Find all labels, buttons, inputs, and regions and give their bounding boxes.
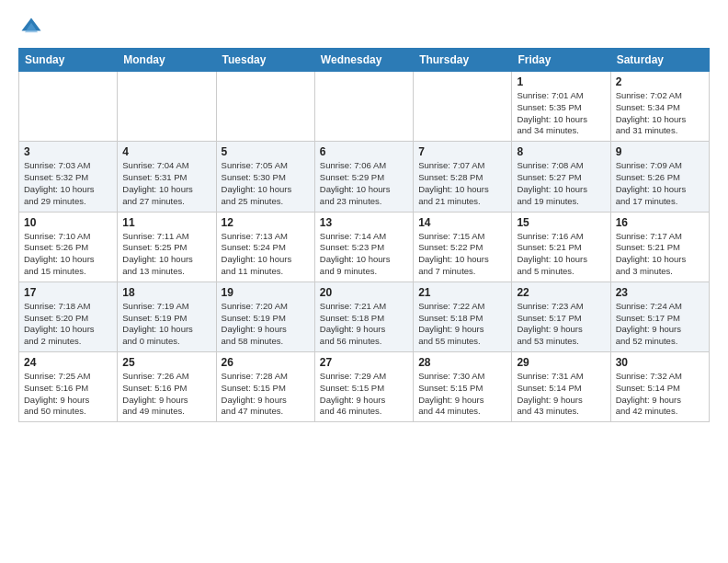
day-number: 13 (320, 216, 408, 229)
day-number: 4 (122, 145, 210, 158)
day-info: Sunrise: 7:31 AM Sunset: 5:14 PM Dayligh… (517, 371, 605, 418)
calendar-cell: 29Sunrise: 7:31 AM Sunset: 5:14 PM Dayli… (512, 352, 610, 422)
day-number: 3 (24, 145, 112, 158)
day-number: 7 (418, 145, 506, 158)
day-number: 20 (320, 286, 408, 299)
day-info: Sunrise: 7:15 AM Sunset: 5:22 PM Dayligh… (418, 231, 506, 278)
calendar-cell (19, 72, 118, 142)
day-info: Sunrise: 7:25 AM Sunset: 5:16 PM Dayligh… (24, 371, 112, 418)
calendar-cell: 3Sunrise: 7:03 AM Sunset: 5:32 PM Daylig… (19, 142, 118, 212)
calendar-table: Sunday Monday Tuesday Wednesday Thursday… (18, 48, 710, 422)
day-number: 6 (320, 145, 408, 158)
day-info: Sunrise: 7:22 AM Sunset: 5:18 PM Dayligh… (418, 301, 506, 348)
day-info: Sunrise: 7:23 AM Sunset: 5:17 PM Dayligh… (517, 301, 605, 348)
calendar-cell: 5Sunrise: 7:05 AM Sunset: 5:30 PM Daylig… (216, 142, 314, 212)
calendar-week-4: 17Sunrise: 7:18 AM Sunset: 5:20 PM Dayli… (19, 282, 710, 351)
day-info: Sunrise: 7:08 AM Sunset: 5:27 PM Dayligh… (517, 160, 605, 207)
calendar-cell: 7Sunrise: 7:07 AM Sunset: 5:28 PM Daylig… (414, 142, 512, 212)
day-number: 21 (418, 286, 506, 299)
day-info: Sunrise: 7:29 AM Sunset: 5:15 PM Dayligh… (320, 371, 408, 418)
logo (18, 15, 48, 40)
calendar-cell (414, 72, 512, 142)
day-info: Sunrise: 7:11 AM Sunset: 5:25 PM Dayligh… (122, 231, 210, 278)
day-number: 24 (24, 356, 112, 369)
calendar-cell: 16Sunrise: 7:17 AM Sunset: 5:21 PM Dayli… (610, 212, 709, 282)
page: Sunday Monday Tuesday Wednesday Thursday… (0, 0, 728, 437)
day-number: 30 (616, 356, 704, 369)
header-friday: Friday (512, 49, 610, 72)
day-info: Sunrise: 7:04 AM Sunset: 5:31 PM Dayligh… (122, 160, 210, 207)
day-info: Sunrise: 7:19 AM Sunset: 5:19 PM Dayligh… (122, 301, 210, 348)
calendar-cell: 4Sunrise: 7:04 AM Sunset: 5:31 PM Daylig… (118, 142, 216, 212)
day-info: Sunrise: 7:17 AM Sunset: 5:21 PM Dayligh… (616, 231, 704, 278)
weekday-header-row: Sunday Monday Tuesday Wednesday Thursday… (19, 49, 710, 72)
calendar-cell: 22Sunrise: 7:23 AM Sunset: 5:17 PM Dayli… (512, 282, 610, 351)
header-saturday: Saturday (610, 49, 709, 72)
day-info: Sunrise: 7:14 AM Sunset: 5:23 PM Dayligh… (320, 231, 408, 278)
day-number: 8 (517, 145, 605, 158)
calendar-cell: 30Sunrise: 7:32 AM Sunset: 5:14 PM Dayli… (610, 352, 709, 422)
calendar-cell: 17Sunrise: 7:18 AM Sunset: 5:20 PM Dayli… (19, 282, 118, 351)
calendar-week-3: 10Sunrise: 7:10 AM Sunset: 5:26 PM Dayli… (19, 212, 710, 282)
calendar-cell: 1Sunrise: 7:01 AM Sunset: 5:35 PM Daylig… (512, 72, 610, 142)
day-number: 19 (222, 286, 310, 299)
day-info: Sunrise: 7:01 AM Sunset: 5:35 PM Dayligh… (517, 90, 605, 137)
calendar-cell: 26Sunrise: 7:28 AM Sunset: 5:15 PM Dayli… (216, 352, 314, 422)
day-info: Sunrise: 7:24 AM Sunset: 5:17 PM Dayligh… (616, 301, 704, 348)
calendar-cell (118, 72, 216, 142)
calendar-cell: 14Sunrise: 7:15 AM Sunset: 5:22 PM Dayli… (414, 212, 512, 282)
day-info: Sunrise: 7:26 AM Sunset: 5:16 PM Dayligh… (122, 371, 210, 418)
header-wednesday: Wednesday (314, 49, 413, 72)
day-number: 17 (24, 286, 112, 299)
calendar-cell: 23Sunrise: 7:24 AM Sunset: 5:17 PM Dayli… (610, 282, 709, 351)
day-number: 27 (320, 356, 408, 369)
day-info: Sunrise: 7:03 AM Sunset: 5:32 PM Dayligh… (24, 160, 112, 207)
calendar-cell (314, 72, 413, 142)
day-number: 23 (616, 286, 704, 299)
day-info: Sunrise: 7:13 AM Sunset: 5:24 PM Dayligh… (222, 231, 310, 278)
header (18, 15, 710, 40)
logo-icon (18, 15, 44, 40)
day-number: 16 (616, 216, 704, 229)
day-number: 11 (122, 216, 210, 229)
day-info: Sunrise: 7:28 AM Sunset: 5:15 PM Dayligh… (222, 371, 310, 418)
calendar-cell: 25Sunrise: 7:26 AM Sunset: 5:16 PM Dayli… (118, 352, 216, 422)
day-number: 18 (122, 286, 210, 299)
day-info: Sunrise: 7:32 AM Sunset: 5:14 PM Dayligh… (616, 371, 704, 418)
day-number: 25 (122, 356, 210, 369)
calendar-cell: 24Sunrise: 7:25 AM Sunset: 5:16 PM Dayli… (19, 352, 118, 422)
day-info: Sunrise: 7:16 AM Sunset: 5:21 PM Dayligh… (517, 231, 605, 278)
day-info: Sunrise: 7:18 AM Sunset: 5:20 PM Dayligh… (24, 301, 112, 348)
day-number: 22 (517, 286, 605, 299)
day-number: 10 (24, 216, 112, 229)
day-number: 1 (517, 75, 605, 88)
calendar-cell: 27Sunrise: 7:29 AM Sunset: 5:15 PM Dayli… (314, 352, 413, 422)
calendar-cell: 10Sunrise: 7:10 AM Sunset: 5:26 PM Dayli… (19, 212, 118, 282)
day-number: 26 (222, 356, 310, 369)
header-thursday: Thursday (414, 49, 512, 72)
header-monday: Monday (118, 49, 216, 72)
day-info: Sunrise: 7:30 AM Sunset: 5:15 PM Dayligh… (418, 371, 506, 418)
day-number: 12 (222, 216, 310, 229)
calendar-cell: 2Sunrise: 7:02 AM Sunset: 5:34 PM Daylig… (610, 72, 709, 142)
day-number: 29 (517, 356, 605, 369)
day-info: Sunrise: 7:02 AM Sunset: 5:34 PM Dayligh… (616, 90, 704, 137)
calendar-cell: 8Sunrise: 7:08 AM Sunset: 5:27 PM Daylig… (512, 142, 610, 212)
calendar-cell: 15Sunrise: 7:16 AM Sunset: 5:21 PM Dayli… (512, 212, 610, 282)
calendar-week-2: 3Sunrise: 7:03 AM Sunset: 5:32 PM Daylig… (19, 142, 710, 212)
calendar-week-1: 1Sunrise: 7:01 AM Sunset: 5:35 PM Daylig… (19, 72, 710, 142)
day-number: 28 (418, 356, 506, 369)
calendar-cell: 19Sunrise: 7:20 AM Sunset: 5:19 PM Dayli… (216, 282, 314, 351)
day-info: Sunrise: 7:07 AM Sunset: 5:28 PM Dayligh… (418, 160, 506, 207)
calendar-cell: 9Sunrise: 7:09 AM Sunset: 5:26 PM Daylig… (610, 142, 709, 212)
calendar-cell: 6Sunrise: 7:06 AM Sunset: 5:29 PM Daylig… (314, 142, 413, 212)
header-sunday: Sunday (19, 49, 118, 72)
day-number: 15 (517, 216, 605, 229)
day-info: Sunrise: 7:10 AM Sunset: 5:26 PM Dayligh… (24, 231, 112, 278)
calendar-cell: 18Sunrise: 7:19 AM Sunset: 5:19 PM Dayli… (118, 282, 216, 351)
calendar-cell (216, 72, 314, 142)
day-info: Sunrise: 7:06 AM Sunset: 5:29 PM Dayligh… (320, 160, 408, 207)
calendar-cell: 11Sunrise: 7:11 AM Sunset: 5:25 PM Dayli… (118, 212, 216, 282)
day-number: 5 (222, 145, 310, 158)
day-info: Sunrise: 7:20 AM Sunset: 5:19 PM Dayligh… (222, 301, 310, 348)
